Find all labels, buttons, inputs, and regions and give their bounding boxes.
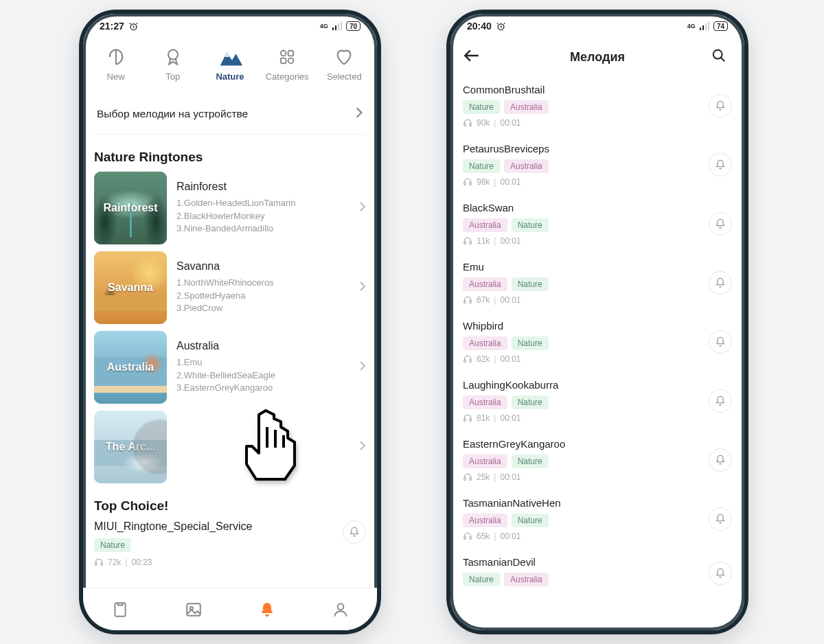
track-row[interactable]: TasmanianDevil NatureAustralia bbox=[463, 549, 732, 599]
set-ringtone-button[interactable] bbox=[709, 212, 732, 235]
nav-themes[interactable] bbox=[106, 601, 134, 619]
headphones-icon bbox=[463, 472, 472, 482]
svg-rect-38 bbox=[470, 478, 471, 481]
headphones-icon bbox=[463, 177, 472, 187]
collection-rainforest[interactable]: Rainforest Rainforest 1.Golden-HeadedLio… bbox=[94, 172, 366, 244]
svg-rect-23 bbox=[708, 22, 709, 30]
set-ringtone-button[interactable] bbox=[709, 389, 732, 413]
status-time: 20:40 bbox=[467, 21, 492, 32]
set-ringtone-button[interactable] bbox=[343, 520, 366, 544]
collection-items: 1.NorthWhiteRhinoceros2.SpottedHyaena3.P… bbox=[176, 277, 350, 316]
track-title: CommonBrushtail bbox=[463, 84, 709, 95]
top-tabs: New Top Nature Categories Selected bbox=[83, 38, 377, 84]
ribbon-icon bbox=[159, 45, 187, 69]
svg-rect-30 bbox=[470, 242, 471, 244]
set-ringtone-button[interactable] bbox=[709, 448, 732, 472]
tag-australia: Australia bbox=[504, 573, 549, 586]
tag-nature: Nature bbox=[463, 573, 500, 586]
search-button[interactable] bbox=[711, 48, 732, 66]
tag-nature: Nature bbox=[463, 159, 500, 173]
svg-point-5 bbox=[168, 50, 178, 60]
section-title-top-choice: Top Choice! bbox=[94, 498, 366, 514]
network-4g: 4G bbox=[320, 23, 328, 30]
svg-point-6 bbox=[281, 51, 286, 56]
track-title: Whipbird bbox=[463, 320, 709, 332]
svg-rect-27 bbox=[464, 183, 466, 185]
signal-icon bbox=[332, 22, 342, 30]
headphones-icon bbox=[463, 531, 472, 541]
tag-nature: Nature bbox=[512, 336, 549, 350]
battery-icon: 70 bbox=[346, 21, 360, 31]
track-row[interactable]: LaughingKookaburra AustraliaNature 81k|0… bbox=[463, 372, 732, 431]
network-4g: 4G bbox=[687, 23, 696, 30]
track-row[interactable]: Emu AustraliaNature 67k|00:01 bbox=[463, 254, 732, 313]
tab-nature[interactable]: Nature bbox=[204, 45, 256, 82]
track-meta: 67k|00:01 bbox=[463, 295, 709, 305]
track-meta: 65k|00:01 bbox=[463, 531, 709, 541]
svg-point-9 bbox=[288, 58, 294, 64]
svg-rect-26 bbox=[470, 124, 471, 126]
tag-nature: Nature bbox=[512, 455, 549, 468]
device-melody-row[interactable]: Выбор мелодии на устройстве bbox=[94, 100, 366, 135]
collection-thumb: Australia bbox=[94, 331, 167, 404]
collection-title: Savanna bbox=[176, 260, 350, 273]
back-button[interactable] bbox=[463, 49, 483, 65]
set-ringtone-button[interactable] bbox=[709, 507, 732, 531]
track-title: LaughingKookaburra bbox=[463, 379, 709, 391]
nav-ringtones-active[interactable] bbox=[253, 601, 281, 618]
set-ringtone-button[interactable] bbox=[709, 94, 732, 117]
set-ringtone-button[interactable] bbox=[709, 153, 732, 176]
tab-categories[interactable]: Categories bbox=[261, 45, 313, 82]
track-row[interactable]: CommonBrushtail NatureAustralia 90k|00:0… bbox=[463, 77, 732, 136]
collection-australia[interactable]: Australia Australia 1.Emu2.White-Bellied… bbox=[94, 331, 366, 404]
grid-icon bbox=[273, 45, 301, 69]
signal-icon bbox=[700, 22, 709, 30]
track-row[interactable]: EasternGreyKangaroo AustraliaNature 25k|… bbox=[463, 431, 732, 490]
cursor-pointer-overlay bbox=[226, 402, 308, 492]
page-title: Мелодия bbox=[492, 50, 703, 65]
set-ringtone-button[interactable] bbox=[709, 271, 732, 295]
top-choice-item[interactable]: MIUI_Ringtone_Special_Service Nature 72k… bbox=[94, 520, 366, 567]
track-title: PetaurusBreviceps bbox=[463, 143, 709, 154]
set-ringtone-button[interactable] bbox=[709, 562, 732, 585]
svg-rect-29 bbox=[464, 242, 466, 244]
status-time: 21:27 bbox=[100, 21, 124, 32]
track-row[interactable]: BlackSwan AustraliaNature 11k|00:01 bbox=[463, 195, 732, 254]
track-list[interactable]: CommonBrushtail NatureAustralia 90k|00:0… bbox=[450, 76, 744, 599]
nav-profile[interactable] bbox=[327, 601, 354, 619]
svg-rect-35 bbox=[464, 419, 466, 422]
track-row[interactable]: PetaurusBreviceps NatureAustralia 98k|00… bbox=[463, 136, 732, 195]
chevron-right-icon bbox=[347, 106, 363, 122]
collection-savanna[interactable]: Savanna Savanna 1.NorthWhiteRhinoceros2.… bbox=[94, 251, 366, 324]
svg-rect-8 bbox=[281, 58, 286, 64]
svg-rect-32 bbox=[470, 301, 471, 303]
headphones-icon bbox=[463, 295, 472, 305]
tag-australia: Australia bbox=[463, 218, 507, 232]
svg-point-24 bbox=[713, 50, 722, 59]
tag-nature: Nature bbox=[512, 395, 549, 409]
headphones-icon bbox=[463, 236, 472, 246]
bottom-nav bbox=[83, 588, 377, 630]
tab-new[interactable]: New bbox=[90, 45, 142, 82]
section-title-nature-ringtones: Nature Ringtones bbox=[94, 150, 366, 165]
track-title: TasmanianNativeHen bbox=[463, 497, 709, 509]
svg-point-18 bbox=[337, 603, 343, 610]
tab-top[interactable]: Top bbox=[147, 45, 199, 82]
battery-icon: 74 bbox=[713, 21, 728, 31]
tab-selected[interactable]: Selected bbox=[318, 45, 370, 82]
track-meta: 81k|00:01 bbox=[463, 413, 709, 423]
alarm-icon bbox=[496, 21, 506, 32]
svg-rect-2 bbox=[335, 25, 336, 30]
track-row[interactable]: Whipbird AustraliaNature 62k|00:01 bbox=[463, 313, 732, 372]
collection-thumb: Rainforest bbox=[94, 172, 167, 244]
track-row[interactable]: TasmanianNativeHen AustraliaNature 65k|0… bbox=[463, 490, 732, 549]
svg-rect-10 bbox=[95, 563, 97, 566]
svg-rect-28 bbox=[470, 183, 471, 185]
svg-rect-34 bbox=[470, 360, 471, 363]
nav-wallpapers[interactable] bbox=[180, 601, 207, 619]
track-meta: 11k|00:01 bbox=[463, 236, 709, 246]
phone-left: 21:27 4G 70 New Top bbox=[79, 10, 381, 634]
svg-rect-33 bbox=[464, 360, 466, 363]
set-ringtone-button[interactable] bbox=[709, 330, 732, 354]
device-melody-label: Выбор мелодии на устройстве bbox=[97, 108, 248, 120]
